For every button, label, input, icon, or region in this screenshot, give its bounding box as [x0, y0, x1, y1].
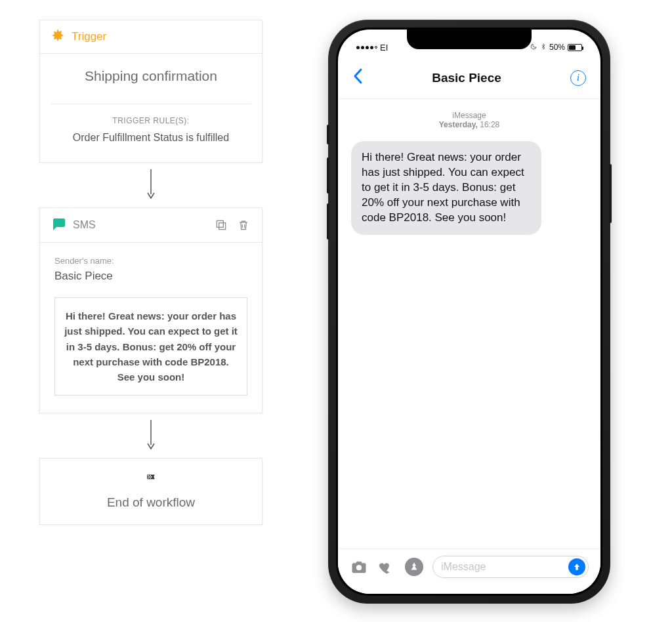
- svg-point-10: [356, 565, 362, 570]
- svg-rect-6: [149, 476, 150, 478]
- trigger-header-label: Trigger: [72, 30, 106, 43]
- trigger-rule-text: Order Fulfillment Status is fulfilled: [51, 132, 251, 144]
- send-button[interactable]: [568, 558, 585, 575]
- message-log: iMessage Yesterday, 16:28 Hi there! Grea…: [338, 99, 600, 549]
- sms-header-label: SMS: [73, 219, 96, 231]
- bluetooth-icon: [540, 42, 547, 53]
- trigger-rules-heading: TRIGGER RULE(S):: [51, 116, 251, 125]
- flag-icon: [51, 473, 251, 486]
- phone-notch: [407, 30, 532, 49]
- back-button[interactable]: [352, 68, 363, 88]
- contact-name: Basic Piece: [432, 71, 501, 85]
- sms-message-preview: Hi there! Great news: your order has jus…: [54, 297, 247, 396]
- compose-bar: iMessage: [338, 549, 600, 594]
- workflow-column: Trigger Shipping confirmation TRIGGER RU…: [39, 20, 262, 525]
- incoming-message-bubble: Hi there! Great news: your order has jus…: [351, 141, 541, 235]
- sender-name-label: Sender's name:: [54, 256, 247, 266]
- trigger-title: Shipping confirmation: [51, 68, 251, 84]
- svg-rect-9: [150, 478, 151, 479]
- trigger-card-header: Trigger: [40, 20, 262, 54]
- arrow-down-icon: [144, 413, 158, 458]
- svg-rect-2: [217, 220, 223, 227]
- sms-card: SMS Sender's name: Basic Piece Hi there!…: [39, 207, 262, 413]
- phone-mockup: EI 15:26 50%: [328, 20, 610, 604]
- signal-icon: [356, 46, 377, 49]
- trigger-card-body: Shipping confirmation TRIGGER RULE(S): O…: [40, 54, 262, 162]
- heart-hand-icon[interactable]: [377, 558, 396, 576]
- duplicate-button[interactable]: [213, 217, 229, 233]
- svg-rect-1: [219, 223, 226, 230]
- end-label: End of workflow: [51, 495, 251, 510]
- moon-icon: [530, 43, 537, 52]
- battery-icon: [568, 44, 582, 51]
- message-timestamp-header: iMessage Yesterday, 16:28: [351, 111, 587, 129]
- compose-placeholder: iMessage: [441, 561, 568, 573]
- chat-bubble-icon: [51, 216, 66, 234]
- sms-card-body: Sender's name: Basic Piece Hi there! Gre…: [40, 243, 262, 413]
- arrow-down-icon: [144, 163, 158, 207]
- timestamp-day: Yesterday,: [439, 120, 478, 129]
- svg-rect-4: [148, 476, 149, 477]
- timestamp-time: 16:28: [480, 120, 499, 129]
- nav-bar: Basic Piece i: [338, 58, 600, 99]
- phone-screen: EI 15:26 50%: [338, 30, 600, 594]
- info-button[interactable]: i: [570, 70, 586, 86]
- trigger-card: Trigger Shipping confirmation TRIGGER RU…: [39, 20, 262, 163]
- delete-button[interactable]: [236, 217, 251, 233]
- compose-input[interactable]: iMessage: [432, 556, 589, 578]
- battery-pct: 50%: [549, 43, 565, 52]
- camera-icon[interactable]: [350, 558, 368, 576]
- svg-rect-5: [150, 476, 151, 477]
- end-card: End of workflow: [39, 458, 262, 525]
- sender-name-value: Basic Piece: [54, 270, 247, 283]
- svg-rect-8: [148, 478, 149, 479]
- channel-label: iMessage: [351, 111, 587, 120]
- starburst-icon: [51, 28, 65, 45]
- svg-rect-7: [151, 476, 152, 478]
- appstore-icon[interactable]: [405, 558, 423, 576]
- sms-card-header: SMS: [40, 208, 262, 243]
- carrier-label: EI: [380, 43, 388, 52]
